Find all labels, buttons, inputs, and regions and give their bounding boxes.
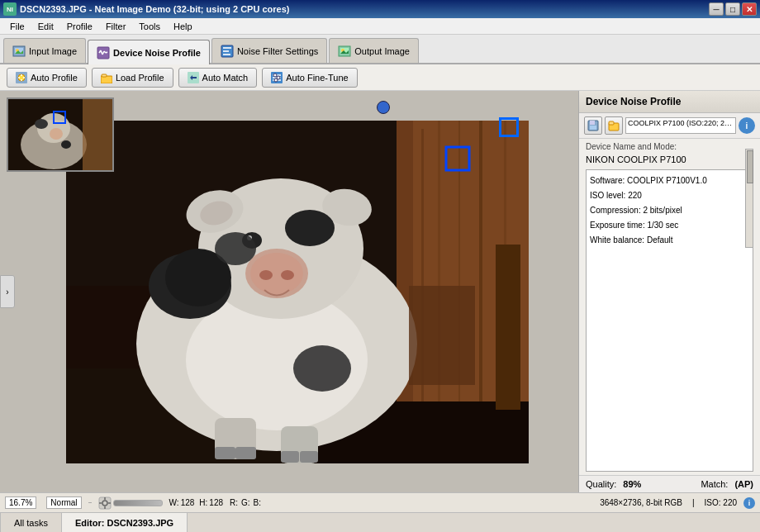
image-info: 3648×2736, 8-bit RGB	[600, 498, 682, 507]
task-editor-label: Editor: DSCN2393.JPG	[75, 518, 173, 528]
menu-bar: File Edit Profile Filter Tools Help	[0, 18, 760, 35]
action-bar: Auto Profile Load Profile Auto Match Aut…	[0, 64, 760, 91]
tab-input-image[interactable]: Input Image	[3, 38, 86, 63]
svg-rect-82	[590, 126, 596, 130]
auto-fine-tune-label: Auto Fine-Tune	[286, 73, 348, 83]
menu-profile[interactable]: Profile	[60, 20, 99, 33]
input-image-icon	[12, 45, 26, 58]
svg-point-70	[293, 345, 351, 392]
svg-point-65	[250, 253, 303, 294]
device-noise-icon	[97, 46, 110, 59]
auto-match-label: Auto Match	[202, 73, 249, 83]
svg-rect-75	[281, 451, 299, 463]
settings-icon[interactable]	[98, 496, 112, 510]
svg-rect-11	[223, 47, 231, 49]
width-label: W:	[169, 498, 179, 507]
task-bar: All tasks Editor: DSCN2393.JPG	[0, 512, 760, 532]
tab-device-noise-profile[interactable]: Device Noise Profile	[88, 40, 210, 64]
scroll-left-button[interactable]: ›	[0, 275, 15, 308]
main-image	[66, 121, 529, 463]
task-editor[interactable]: Editor: DSCN2393.JPG	[62, 513, 188, 532]
right-panel-header: Device Noise Profile	[579, 91, 760, 113]
svg-point-31	[273, 74, 277, 77]
tab-bar: Input Image Device Noise Profile Noise F…	[0, 35, 760, 64]
iso-value: ISO: 220	[705, 498, 737, 507]
svg-line-9	[106, 52, 107, 53]
svg-point-39	[50, 128, 63, 140]
svg-rect-25	[102, 74, 107, 77]
svg-point-68	[215, 232, 256, 265]
profile-info-box: Software: COOLPIX P7100V1.0 ISO level: 2…	[586, 169, 753, 472]
svg-rect-81	[590, 121, 595, 125]
svg-rect-40	[83, 99, 114, 172]
svg-rect-13	[223, 54, 230, 55]
auto-fine-tune-icon	[271, 72, 283, 83]
rp-open-button[interactable]	[605, 116, 623, 135]
thumbnail-image	[8, 99, 112, 170]
close-button[interactable]: ✕	[742, 2, 757, 16]
svg-point-67	[281, 270, 294, 280]
g-label: G:	[241, 498, 250, 507]
match-label: Match:	[701, 479, 728, 489]
load-profile-icon	[101, 72, 112, 83]
image-dimensions: W: 128 H: 128	[169, 498, 223, 507]
app-title: DSCN2393.JPG - Neat Image Demo (32-bit; …	[20, 4, 289, 14]
load-profile-button[interactable]: Load Profile	[92, 68, 173, 88]
zoom-value[interactable]: 16.7%	[5, 496, 36, 509]
match-value: (AP)	[734, 479, 753, 489]
app-icon: NI	[3, 2, 17, 16]
profile-dropdown[interactable]: COOLPIX P7100 (ISO:220; 2bpp; 3648×278	[625, 117, 736, 134]
tab-input-image-label: Input Image	[29, 46, 77, 56]
profile-info-button[interactable]: i	[739, 117, 755, 134]
menu-filter[interactable]: Filter	[99, 20, 132, 33]
zoom-slider[interactable]	[113, 500, 163, 506]
minimize-button[interactable]: ─	[709, 2, 724, 16]
menu-file[interactable]: File	[3, 20, 31, 33]
info-line-1: ISO level: 220	[590, 188, 749, 203]
svg-point-66	[259, 270, 273, 280]
svg-rect-79	[496, 245, 520, 410]
rp-save-button[interactable]	[584, 116, 602, 135]
svg-point-38	[61, 140, 71, 149]
height-label: H:	[199, 498, 207, 507]
auto-profile-button[interactable]: Auto Profile	[7, 68, 87, 88]
menu-help[interactable]: Help	[167, 20, 199, 33]
auto-match-icon	[188, 72, 199, 83]
view-mode[interactable]: Normal	[46, 496, 81, 509]
svg-rect-78	[409, 286, 475, 385]
tab-output-image-label: Output Image	[354, 46, 410, 56]
title-bar: NI DSCN2393.JPG - Neat Image Demo (32-bi…	[0, 0, 760, 18]
main-content: ›	[0, 91, 760, 492]
image-panel[interactable]: ›	[0, 91, 578, 492]
info-line-2: Compression: 2 bits/pixel	[590, 203, 749, 218]
quality-label: Quality:	[586, 479, 616, 489]
svg-rect-74	[235, 447, 256, 459]
quality-value: 89%	[623, 479, 641, 489]
auto-profile-icon	[16, 72, 27, 83]
info-line-3: Exposure time: 1/30 sec	[590, 218, 749, 233]
device-name-label: Device Name and Mode:	[579, 139, 760, 153]
info-line-4: White balance: Default	[590, 233, 749, 248]
profile-info-scroll[interactable]: Software: COOLPIX P7100V1.0 ISO level: 2…	[590, 173, 749, 468]
output-image-icon	[338, 45, 351, 58]
right-panel-title: Device Noise Profile	[586, 96, 681, 107]
zoom-control: 16.7% Normal	[5, 496, 82, 509]
right-panel-toolbar: COOLPIX P7100 (ISO:220; 2bpp; 3648×278 i	[579, 113, 760, 139]
tab-output-image[interactable]: Output Image	[329, 38, 419, 63]
svg-rect-76	[300, 451, 318, 463]
status-info-button[interactable]: i	[743, 497, 755, 509]
auto-match-button[interactable]: Auto Match	[178, 68, 258, 88]
noise-filter-icon	[221, 45, 234, 58]
width-value: 128	[181, 498, 195, 507]
tab-noise-filter-settings[interactable]: Noise Filter Settings	[211, 38, 327, 63]
svg-rect-12	[223, 50, 229, 52]
auto-fine-tune-button[interactable]: Auto Fine-Tune	[262, 68, 357, 88]
right-panel: Device Noise Profile COOLPIX P7100 (ISO:…	[578, 91, 760, 492]
task-all-tasks[interactable]: All tasks	[0, 513, 62, 532]
auto-profile-label: Auto Profile	[31, 73, 78, 83]
task-all-tasks-label: All tasks	[14, 518, 48, 528]
svg-point-33	[274, 78, 278, 82]
maximize-button[interactable]: □	[725, 2, 740, 16]
menu-edit[interactable]: Edit	[31, 20, 60, 33]
menu-tools[interactable]: Tools	[132, 20, 167, 33]
